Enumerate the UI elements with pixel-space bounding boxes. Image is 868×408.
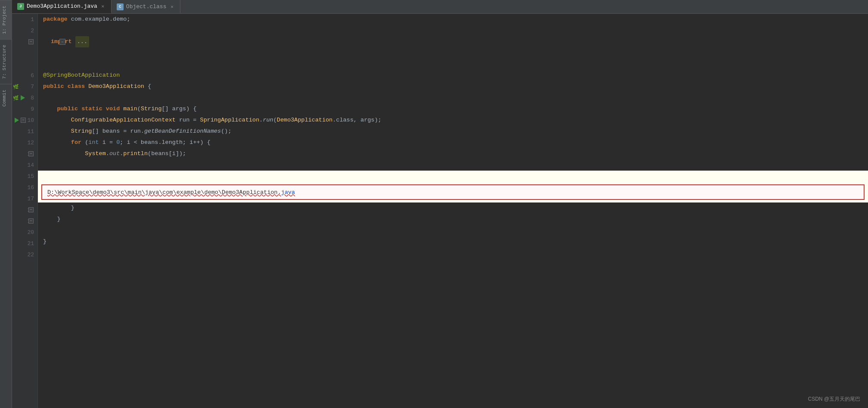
tab-bar: J Demo3Application.java ✕ C Object.class…	[12, 0, 868, 14]
gutter-line-19: − 19	[12, 215, 37, 227]
run-icon-8[interactable]	[20, 95, 26, 101]
code-line-8: public class Demo3Application {	[38, 81, 868, 92]
code-content: package com.example.demo; − import ... @…	[38, 14, 868, 408]
gutter-line-20: 20	[12, 227, 37, 238]
gutter-line-9: 9	[12, 103, 37, 115]
code-line-21: }	[38, 236, 868, 247]
springboot-icon-8: 🌿	[13, 95, 19, 101]
tab-demo3application[interactable]: J Demo3Application.java ✕	[12, 0, 112, 13]
gutter-line-10: − 10	[12, 115, 37, 126]
tab-demo3application-label: Demo3Application.java	[27, 3, 97, 9]
gutter-line-1: 1	[12, 14, 37, 25]
red-box-path: D:\WorkSpace\demo3\src\main\java\com\exa…	[41, 184, 865, 200]
sidebar-tab-project[interactable]: 1: Project	[0, 0, 12, 39]
gutter-line-3: − 3	[12, 36, 37, 47]
java-file-icon: J	[17, 3, 24, 10]
tab-objectclass-label: Object.class	[126, 3, 167, 10]
code-line-4	[38, 47, 868, 59]
code-line-14: System.out.println(beans[i]);	[38, 148, 868, 159]
fold-icon-3[interactable]: −	[28, 39, 34, 44]
sidebar-tab-commit[interactable]: Commit	[0, 84, 12, 112]
gutter-line-17: 17	[12, 193, 37, 204]
line-number-gutter: 1 2 − 3 4 5 6 🌿 7 🌿 8 9	[12, 14, 38, 408]
code-line-6	[38, 59, 868, 70]
watermark: CSDN @五月天的尾巴	[808, 396, 860, 403]
code-line-1: package com.example.demo;	[38, 14, 868, 25]
code-line-9	[38, 92, 868, 103]
code-line-2	[38, 25, 868, 36]
code-line-10: public static void main(String[] args) {	[38, 103, 868, 115]
code-line-13: for (int i = 0; i < beans.length; i++) {	[38, 137, 868, 148]
gutter-line-2: 2	[12, 25, 37, 36]
gutter-line-14: 14	[12, 159, 37, 171]
code-line-3: − import ...	[38, 36, 868, 47]
gutter-line-12: 12	[12, 137, 37, 148]
import-fold-inline[interactable]: −	[59, 39, 65, 45]
gutter-line-6: 6	[12, 70, 37, 81]
fold-icon-19[interactable]: −	[28, 218, 34, 224]
springboot-icon-7: 🌿	[13, 84, 19, 90]
code-line-7: @SpringBootApplication	[38, 70, 868, 81]
editor-area: 1 2 − 3 4 5 6 🌿 7 🌿 8 9	[12, 14, 868, 408]
code-line-18: }	[38, 202, 868, 214]
gutter-line-8: 🌿 8	[12, 92, 37, 103]
path-display: D:\WorkSpace\demo3\src\main\java\com\exa…	[47, 189, 295, 196]
code-line-12: String[] beans = run.getBeanDefinitionNa…	[38, 126, 868, 137]
left-sidebar: 1: Project 7: Structure Commit	[0, 0, 12, 408]
code-line-22	[38, 247, 868, 259]
code-line-15	[38, 159, 868, 171]
fold-icon-10[interactable]: −	[21, 118, 26, 123]
tab-demo3application-close[interactable]: ✕	[100, 3, 106, 9]
gutter-line-22: 22	[12, 249, 37, 260]
red-box-wrapper: D:\WorkSpace\demo3\src\main\java\com\exa…	[38, 182, 868, 202]
sidebar-tab-structure[interactable]: 7: Structure	[0, 39, 12, 84]
run-icon-10[interactable]	[14, 117, 20, 123]
gutter-line-4: 4	[12, 47, 37, 59]
gutter-line-21: 21	[12, 238, 37, 249]
gutter-line-11: 11	[12, 126, 37, 137]
code-line-16	[38, 171, 868, 182]
code-editor[interactable]: package com.example.demo; − import ... @…	[38, 14, 868, 408]
code-line-11: ConfigurableApplicationContext run = Spr…	[38, 115, 868, 126]
gutter-line-16: 16	[12, 182, 37, 193]
gutter-line-5: 5	[12, 59, 37, 70]
tab-objectclass-close[interactable]: ✕	[169, 4, 175, 10]
fold-icon-18[interactable]: −	[28, 207, 34, 212]
fold-icon-13[interactable]: −	[28, 151, 34, 156]
tab-objectclass[interactable]: C Object.class ✕	[112, 0, 181, 13]
gutter-line-15: 15	[12, 171, 37, 182]
class-file-icon: C	[117, 3, 124, 10]
main-area: J Demo3Application.java ✕ C Object.class…	[12, 0, 868, 408]
gutter-line-13: − 13	[12, 148, 37, 159]
gutter-line-18: − 18	[12, 204, 37, 215]
gutter-line-7: 🌿 7	[12, 81, 37, 92]
code-line-19: }	[38, 214, 868, 225]
code-line-20	[38, 225, 868, 236]
